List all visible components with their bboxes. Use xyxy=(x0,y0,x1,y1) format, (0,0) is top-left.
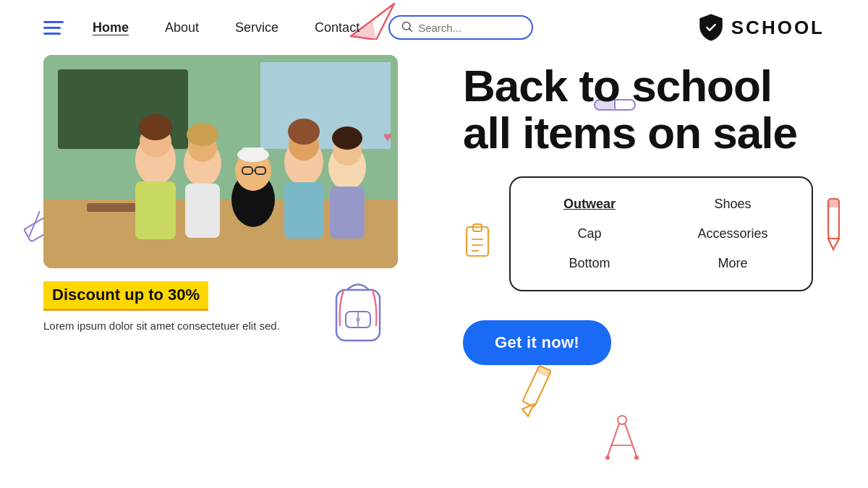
search-icon xyxy=(401,21,412,34)
svg-line-55 xyxy=(608,424,619,456)
svg-point-59 xyxy=(634,455,639,460)
menu-icon[interactable] xyxy=(43,21,64,35)
search-bar xyxy=(388,15,533,40)
svg-rect-27 xyxy=(242,147,264,158)
search-input[interactable] xyxy=(418,22,534,34)
category-outwear[interactable]: Outwear xyxy=(540,194,639,215)
nav-about[interactable]: About xyxy=(165,20,199,35)
svg-point-39 xyxy=(288,119,320,145)
svg-point-54 xyxy=(618,416,626,424)
svg-point-38 xyxy=(187,123,218,146)
svg-marker-52 xyxy=(522,404,534,416)
nav-contact[interactable]: Contact xyxy=(315,20,359,35)
svg-text:♥: ♥ xyxy=(383,129,392,145)
category-more[interactable]: More xyxy=(683,253,783,274)
discount-badge: Discount up to 30% xyxy=(43,281,208,309)
category-bottom[interactable]: Bottom xyxy=(540,253,639,274)
get-it-now-button[interactable]: Get it now! xyxy=(463,320,611,365)
svg-rect-16 xyxy=(260,62,391,149)
category-cap[interactable]: Cap xyxy=(540,223,639,244)
hero-description: Lorem ipsum dolor sit amet consectetuer … xyxy=(43,317,420,335)
students-photo-svg: ♥ xyxy=(43,55,398,268)
pencil-icon xyxy=(506,362,564,423)
svg-line-1 xyxy=(409,29,412,31)
nav-home[interactable]: Home xyxy=(93,20,129,35)
svg-point-37 xyxy=(139,114,172,140)
nav-service[interactable]: Service xyxy=(235,20,278,35)
backpack-icon xyxy=(326,275,391,351)
left-column: ♥ Discount up to 30% Lorem ipsum dolor s… xyxy=(43,55,420,365)
svg-rect-51 xyxy=(522,365,551,406)
category-accessories[interactable]: Accessories xyxy=(683,223,783,244)
svg-rect-35 xyxy=(330,187,365,239)
navbar: Home About Service Contact SCHOOL xyxy=(0,0,868,55)
logo-shield-icon xyxy=(698,13,724,42)
svg-rect-53 xyxy=(536,365,551,377)
hero-title: Back to school all items on sale xyxy=(463,62,825,156)
logo-text: SCHOOL xyxy=(731,17,825,39)
category-grid: Outwear Shoes Cap Accessories Bottom Mor… xyxy=(509,176,813,291)
svg-rect-19 xyxy=(135,181,176,239)
hero-image: ♥ xyxy=(43,55,398,268)
right-column: Back to school all items on sale Outwear… xyxy=(463,55,825,365)
tag-icon xyxy=(463,223,492,266)
category-shoes[interactable]: Shoes xyxy=(683,194,783,215)
svg-line-56 xyxy=(625,424,637,456)
svg-rect-22 xyxy=(185,184,220,238)
svg-point-58 xyxy=(605,455,610,460)
svg-rect-32 xyxy=(284,182,323,239)
nav-links: Home About Service Contact xyxy=(93,20,359,35)
logo: SCHOOL xyxy=(698,13,825,42)
main-content: ♥ Discount up to 30% Lorem ipsum dolor s… xyxy=(0,55,868,365)
svg-point-40 xyxy=(332,127,362,150)
compass-icon xyxy=(593,406,651,466)
